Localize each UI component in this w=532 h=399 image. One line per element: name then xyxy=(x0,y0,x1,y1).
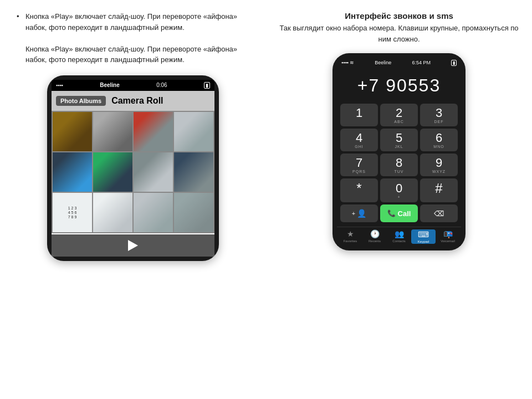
photo-thumb-6[interactable] xyxy=(93,152,132,192)
photo-thumb-5[interactable] xyxy=(53,152,92,192)
key-4[interactable]: 4 GHI xyxy=(340,129,378,151)
key-0[interactable]: 0 + xyxy=(380,178,418,202)
key-hash[interactable]: # xyxy=(420,178,458,202)
action-row: + 👤 📞 Call ⌫ xyxy=(340,204,458,222)
status-bar-right: ▪▪▪▪ ≋ Beeline 6:54 PM ▮ xyxy=(337,58,461,68)
keypad: 1 2 ABC 3 DEF 4 GHI xyxy=(337,101,461,227)
backspace-icon: ⌫ xyxy=(434,209,444,218)
status-bar-left: ▪▪▪▪ Beeline 0:06 ▮ xyxy=(52,80,214,91)
favorites-icon: ★ xyxy=(347,229,354,238)
call-button[interactable]: 📞 Call xyxy=(380,204,418,222)
tab-recents-label: Recents xyxy=(369,239,381,243)
key-7[interactable]: 7 PQRS xyxy=(340,154,378,176)
tab-favorites[interactable]: ★ Favorites xyxy=(338,229,362,244)
keypad-row-4: * 0 + # xyxy=(340,178,458,202)
bullet-paragraph-1: Кнопка «Play» включает слайд-шоу. При пе… xyxy=(17,11,249,65)
iphone-mockup-left: ▪▪▪▪ Beeline 0:06 ▮ Photo Albums Camera … xyxy=(47,75,219,261)
camera-roll-title: Camera Roll xyxy=(111,96,163,106)
tab-voicemail[interactable]: 📭 Voicemail xyxy=(436,229,460,244)
right-heading: Интерфейс звонков и sms Так выглядит окн… xyxy=(277,11,521,44)
iphone-screen-right: ▪▪▪▪ ≋ Beeline 6:54 PM ▮ +7 90553 1 2 A xyxy=(337,58,461,246)
key-6[interactable]: 6 MNO xyxy=(420,129,458,151)
key-5[interactable]: 5 JKL xyxy=(380,129,418,151)
tab-voicemail-label: Voicemail xyxy=(441,239,455,243)
right-column: Интерфейс звонков и sms Так выглядит окн… xyxy=(266,0,532,399)
keypad-icon: ⌨ xyxy=(418,230,429,239)
recents-icon: 🕐 xyxy=(370,229,380,238)
keypad-row-1: 1 2 ABC 3 DEF xyxy=(340,104,458,126)
keypad-row-3: 7 PQRS 8 TUV 9 WXYZ xyxy=(340,154,458,176)
photo-thumb-2[interactable] xyxy=(93,112,132,151)
tab-favorites-label: Favorites xyxy=(344,239,357,243)
call-label: Call xyxy=(398,209,411,218)
phone-icon: 📞 xyxy=(387,209,396,217)
photo-thumb-8[interactable] xyxy=(174,152,213,192)
key-9[interactable]: 9 WXYZ xyxy=(420,154,458,176)
photo-thumb-11[interactable] xyxy=(134,193,173,232)
photo-thumb-1[interactable] xyxy=(53,112,92,151)
keypad-row-2: 4 GHI 5 JKL 6 MNO xyxy=(340,129,458,151)
tab-bar: ★ Favorites 🕐 Recents 👥 Contacts ⌨ Keypa… xyxy=(337,227,461,246)
iphone-screen-left: ▪▪▪▪ Beeline 0:06 ▮ Photo Albums Camera … xyxy=(52,80,214,257)
iphone-mockup-right: ▪▪▪▪ ≋ Beeline 6:54 PM ▮ +7 90553 1 2 A xyxy=(332,53,466,250)
photo-grid: 1 2 3 4 5 6 7 8 9 xyxy=(52,111,214,233)
signal-icon-left: ▪▪▪▪ xyxy=(56,83,63,88)
bullet-text-2: Кнопка «Play» включает слайд-шоу. При пе… xyxy=(25,45,237,64)
dialer-number-display: +7 90553 xyxy=(337,68,461,101)
time-right: 6:54 PM xyxy=(412,60,431,65)
carrier-name-right: Beeline xyxy=(375,60,391,65)
photo-nav-bar: Photo Albums Camera Roll xyxy=(52,91,214,111)
photo-thumb-12[interactable] xyxy=(174,193,213,232)
left-column: Кнопка «Play» включает слайд-шоу. При пе… xyxy=(0,0,266,399)
photo-thumb-10[interactable] xyxy=(93,193,132,232)
delete-button[interactable]: ⌫ xyxy=(420,204,458,222)
battery-icon-right: ▮ xyxy=(451,60,457,66)
key-1[interactable]: 1 xyxy=(340,104,378,126)
photo-thumb-7[interactable] xyxy=(134,152,173,192)
key-2[interactable]: 2 ABC xyxy=(380,104,418,126)
photo-thumb-4[interactable] xyxy=(174,112,213,151)
photo-albums-button[interactable]: Photo Albums xyxy=(56,96,106,106)
key-3[interactable]: 3 DEF xyxy=(420,104,458,126)
add-contact-button[interactable]: + 👤 xyxy=(340,204,378,222)
battery-icon-left: ▮ xyxy=(204,82,210,89)
key-8[interactable]: 8 TUV xyxy=(380,154,418,176)
signal-icon-right: ▪▪▪▪ ≋ xyxy=(341,60,354,65)
video-playback-bar[interactable] xyxy=(52,234,214,257)
carrier-name-left: Beeline xyxy=(100,82,120,88)
tab-keypad-label: Keypad xyxy=(418,240,429,243)
time-left: 0:06 xyxy=(156,82,167,88)
bullet-text-1: Кнопка «Play» включает слайд-шоу. При пе… xyxy=(25,12,237,32)
voicemail-icon: 📭 xyxy=(443,229,453,238)
tab-keypad[interactable]: ⌨ Keypad xyxy=(411,229,436,244)
heading-title: Интерфейс звонков и sms xyxy=(277,11,521,21)
contacts-icon: 👥 xyxy=(395,229,404,238)
key-star[interactable]: * xyxy=(340,178,378,202)
tab-contacts[interactable]: 👥 Contacts xyxy=(387,229,411,244)
photo-thumb-3[interactable] xyxy=(134,112,173,151)
tab-recents[interactable]: 🕐 Recents xyxy=(362,229,387,244)
photo-thumb-9[interactable]: 1 2 3 4 5 6 7 8 9 xyxy=(53,193,92,232)
play-icon[interactable] xyxy=(128,240,138,251)
tab-contacts-label: Contacts xyxy=(392,239,406,243)
heading-description: Так выглядит окно набора номера. Клавиши… xyxy=(277,23,521,44)
